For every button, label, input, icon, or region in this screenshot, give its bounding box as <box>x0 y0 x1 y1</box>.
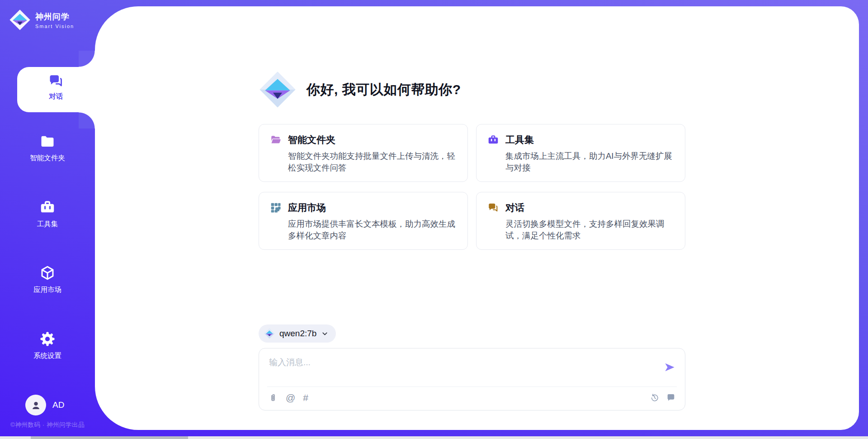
sidebar-item-chat[interactable]: 对话 <box>17 67 95 112</box>
card-title: 智能文件夹 <box>288 134 335 146</box>
attachment-icon[interactable] <box>268 393 278 403</box>
grid-icon <box>270 202 282 214</box>
sidebar: 神州问学 Smart Vision 对话 智能文件夹 工具集 <box>0 0 95 439</box>
feedback-bubble-icon[interactable] <box>666 393 676 403</box>
send-icon[interactable] <box>664 361 676 373</box>
card-description: 智能文件夹功能支持批量文件上传与清洗，轻松实现文件问答 <box>288 150 457 174</box>
card-description: 灵活切换多模型文件，支持多样回复效果调试，满足个性化需求 <box>505 218 674 242</box>
cube-icon <box>39 265 56 281</box>
tab-fillet-bottom <box>79 112 95 129</box>
card-chat[interactable]: 对话 灵活切换多模型文件，支持多样回复效果调试，满足个性化需求 <box>476 192 685 250</box>
welcome-block: 你好, 我可以如何帮助你? <box>259 71 461 109</box>
card-app-market[interactable]: 应用市场 应用市场提供丰富长文本模板，助力高效生成多样化文章内容 <box>259 192 468 250</box>
model-logo-icon <box>264 328 275 339</box>
sidebar-item-label: 应用市场 <box>0 285 95 295</box>
sidebar-item-label: 对话 <box>17 92 95 101</box>
card-smart-folder[interactable]: 智能文件夹 智能文件夹功能支持批量文件上传与清洗，轻松实现文件问答 <box>259 124 468 182</box>
chat-icon <box>487 202 499 214</box>
avatar <box>25 395 46 415</box>
hashtag-icon[interactable]: # <box>303 393 308 403</box>
sidebar-item-label: 工具集 <box>0 220 95 229</box>
message-input[interactable] <box>269 356 656 369</box>
model-selector[interactable]: qwen2:7b <box>259 324 336 343</box>
brand-logo-icon <box>9 9 31 31</box>
history-icon[interactable] <box>650 393 660 403</box>
person-icon <box>30 399 42 411</box>
user-name: AD <box>52 400 64 410</box>
user-menu[interactable]: AD <box>25 395 64 415</box>
chat-icon <box>48 73 64 89</box>
sidebar-item-label: 系统设置 <box>0 351 95 361</box>
horizontal-scrollbar[interactable] <box>0 436 868 439</box>
chevron-down-icon <box>321 330 329 338</box>
sidebar-item-smart-folder[interactable]: 智能文件夹 <box>0 133 95 163</box>
card-description: 集成市场上主流工具，助力AI与外界无缝扩展与对接 <box>505 150 674 174</box>
card-toolset[interactable]: 工具集 集成市场上主流工具，助力AI与外界无缝扩展与对接 <box>476 124 685 182</box>
feature-cards: 智能文件夹 智能文件夹功能支持批量文件上传与清洗，轻松实现文件问答 工具集 集成… <box>259 124 685 250</box>
sidebar-item-label: 智能文件夹 <box>0 153 95 163</box>
app-logo-icon <box>259 71 297 109</box>
copyright: ©神州数码 · 神州问学出品 <box>0 421 95 429</box>
card-title: 应用市场 <box>288 201 326 214</box>
briefcase-icon <box>487 134 499 146</box>
card-title: 工具集 <box>505 134 534 146</box>
brand-subtitle: Smart Vision <box>35 24 74 29</box>
sidebar-item-settings[interactable]: 系统设置 <box>0 331 95 361</box>
greeting-title: 你好, 我可以如何帮助你? <box>307 81 461 99</box>
tab-fillet-top <box>79 51 95 67</box>
message-composer: @ # <box>259 348 685 410</box>
main-panel: 你好, 我可以如何帮助你? 智能文件夹 智能文件夹功能支持批量文件上传与清洗，轻… <box>95 6 859 430</box>
brand-name: 神州问学 <box>35 11 74 22</box>
folder-icon <box>39 133 56 149</box>
sidebar-item-app-market[interactable]: 应用市场 <box>0 265 95 295</box>
sidebar-item-toolset[interactable]: 工具集 <box>0 199 95 229</box>
toolbox-icon <box>39 199 56 215</box>
card-title: 对话 <box>505 201 524 214</box>
gear-icon <box>39 331 56 347</box>
model-name: qwen2:7b <box>279 329 316 339</box>
folder-open-icon <box>270 134 282 146</box>
scrollbar-thumb[interactable] <box>31 436 188 439</box>
brand: 神州问学 Smart Vision <box>9 9 74 31</box>
card-description: 应用市场提供丰富长文本模板，助力高效生成多样化文章内容 <box>288 218 457 242</box>
mention-icon[interactable]: @ <box>286 393 295 403</box>
composer-divider <box>267 387 677 387</box>
